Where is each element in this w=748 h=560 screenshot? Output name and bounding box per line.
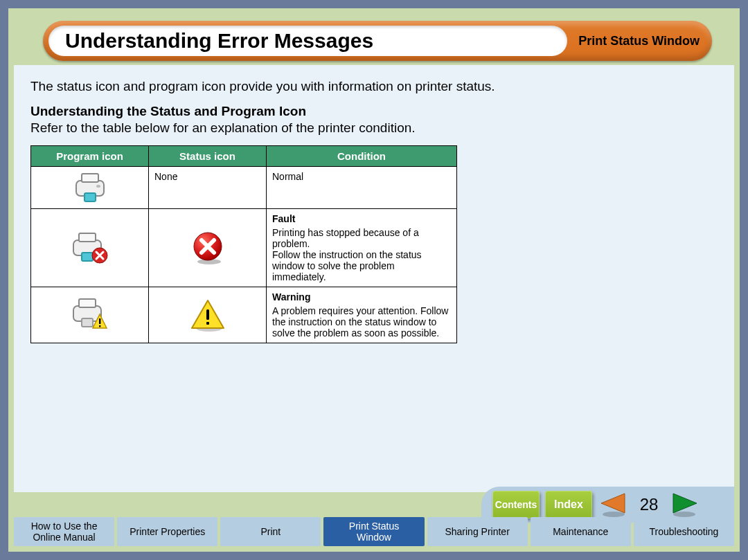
condition-body: Normal [272, 171, 303, 182]
svg-point-19 [673, 512, 695, 517]
page-number: 28 [634, 495, 664, 514]
status-icon-cell: None [149, 167, 267, 209]
tab-sharing-printer[interactable]: Sharing Printer [427, 517, 528, 546]
tab-label: How to Use the Online Manual [31, 521, 98, 543]
svg-rect-2 [84, 193, 96, 201]
tab-print[interactable]: Print [220, 517, 321, 546]
nav-area: Contents Index 28 How to Use [8, 492, 740, 552]
tab-label: Print [260, 526, 280, 537]
svg-rect-12 [82, 318, 93, 327]
svg-rect-16 [206, 309, 209, 320]
content-panel: The status icon and program icon provide… [14, 65, 734, 492]
condition-body: Printing has stopped because of a proble… [272, 227, 422, 282]
program-icon-cell [31, 167, 149, 209]
next-page-button[interactable] [670, 491, 700, 518]
section-label: Print Status Window [578, 34, 700, 48]
printer-normal-icon [72, 171, 108, 204]
tab-label: Sharing Printer [445, 526, 509, 537]
title-bar: Understanding Error Messages Print Statu… [43, 21, 712, 61]
tab-how-to-use[interactable]: How to Use the Online Manual [14, 517, 114, 546]
condition-title: Warning [272, 291, 451, 302]
prev-page-button[interactable] [598, 491, 628, 518]
index-button[interactable]: Index [545, 491, 592, 518]
svg-point-3 [96, 185, 100, 188]
tab-label: Printer Properties [130, 526, 205, 537]
condition-cell: Normal [267, 167, 457, 209]
tab-label: Maintenance [553, 526, 608, 537]
svg-rect-17 [206, 322, 209, 325]
program-icon-cell [31, 287, 149, 343]
contents-button[interactable]: Contents [492, 491, 540, 518]
printer-error-icon [71, 231, 109, 265]
th-program-icon: Program icon [31, 146, 149, 167]
bottom-tabs: How to Use the Online Manual Printer Pro… [14, 517, 734, 546]
svg-rect-5 [79, 233, 96, 242]
condition-title: Fault [272, 213, 451, 224]
status-icon-cell [149, 209, 267, 287]
th-status-icon: Status icon [149, 146, 267, 167]
table-row: None Normal [31, 167, 457, 209]
status-text: None [154, 171, 177, 182]
intro-text: The status icon and program icon provide… [30, 79, 718, 94]
svg-rect-11 [79, 299, 96, 307]
tab-label: Print Status Window [349, 521, 399, 543]
svg-point-18 [603, 512, 625, 517]
condition-cell: Fault Printing has stopped because of a … [267, 209, 457, 287]
status-icon-cell [149, 287, 267, 343]
error-circle-icon [190, 231, 225, 265]
subheading: Understanding the Status and Program Ico… [30, 104, 718, 119]
tab-maintenance[interactable]: Maintenance [531, 517, 631, 546]
subdesc: Refer to the table below for an explanat… [30, 120, 718, 136]
arrow-left-icon [598, 491, 627, 518]
svg-rect-13 [99, 318, 100, 324]
condition-body: A problem requires your attention. Follo… [272, 305, 448, 338]
app-frame: Understanding Error Messages Print Statu… [0, 0, 748, 560]
table-row: Warning A problem requires your attentio… [31, 287, 457, 343]
tab-printer-properties[interactable]: Printer Properties [117, 517, 217, 546]
warning-triangle-icon [189, 298, 226, 332]
arrow-right-icon [670, 491, 700, 518]
tab-print-status-window[interactable]: Print Status Window [323, 517, 424, 546]
svg-rect-6 [82, 253, 93, 261]
printer-warning-icon [71, 298, 109, 332]
page-title: Understanding Error Messages [48, 26, 567, 56]
th-condition: Condition [267, 146, 457, 167]
svg-rect-14 [99, 325, 100, 327]
status-table: Program icon Status icon Condition [30, 145, 457, 343]
condition-cell: Warning A problem requires your attentio… [267, 287, 457, 343]
page-background: Understanding Error Messages Print Statu… [8, 8, 740, 552]
svg-rect-1 [82, 174, 98, 182]
table-row: Fault Printing has stopped because of a … [31, 209, 457, 287]
tab-label: Troubleshooting [649, 526, 718, 537]
tab-troubleshooting[interactable]: Troubleshooting [634, 517, 734, 546]
program-icon-cell [31, 209, 149, 287]
